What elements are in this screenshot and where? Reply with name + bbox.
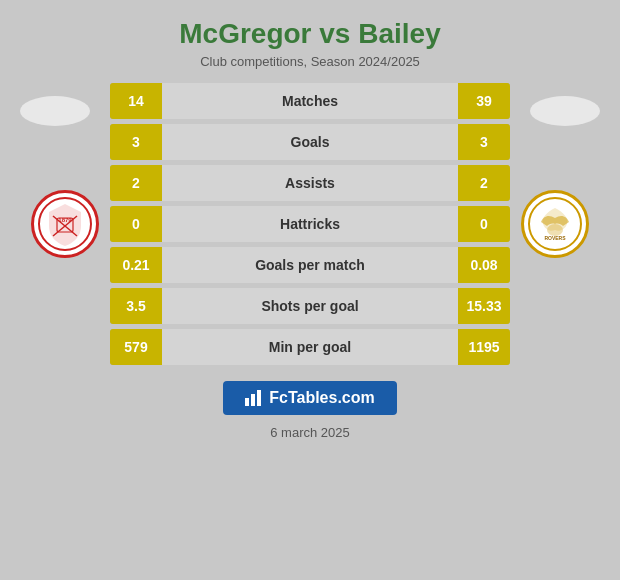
stat-label: Shots per goal	[162, 288, 458, 324]
stat-label: Hattricks	[162, 206, 458, 242]
stats-col: 14Matches393Goals32Assists20Hattricks00.…	[110, 83, 510, 365]
stat-left-value: 3	[110, 124, 162, 160]
right-team-badge-col: ROVERS	[510, 190, 600, 258]
stat-left-value: 3.5	[110, 288, 162, 324]
chart-icon	[245, 390, 261, 406]
stat-label: Goals	[162, 124, 458, 160]
page-title: McGregor vs Bailey	[179, 18, 440, 50]
footer-date: 6 march 2025	[270, 425, 350, 440]
left-team-badge: 1879	[31, 190, 99, 258]
page-wrapper: McGregor vs Bailey Club competitions, Se…	[0, 0, 620, 580]
stat-row: 0Hattricks0	[110, 206, 510, 242]
left-team-badge-col: 1879	[20, 190, 110, 258]
stat-right-value: 3	[458, 124, 510, 160]
stat-left-value: 14	[110, 83, 162, 119]
bar1	[245, 398, 249, 406]
logo-area: FcTables.com	[223, 381, 397, 415]
right-badge-icon: ROVERS	[527, 196, 583, 252]
stat-left-value: 579	[110, 329, 162, 365]
stat-left-value: 2	[110, 165, 162, 201]
svg-text:ROVERS: ROVERS	[544, 235, 566, 241]
stat-right-value: 0.08	[458, 247, 510, 283]
stat-row: 14Matches39	[110, 83, 510, 119]
stat-row: 3.5Shots per goal15.33	[110, 288, 510, 324]
stat-left-value: 0	[110, 206, 162, 242]
stat-left-value: 0.21	[110, 247, 162, 283]
stat-label: Matches	[162, 83, 458, 119]
stat-row: 3Goals3	[110, 124, 510, 160]
stat-right-value: 2	[458, 165, 510, 201]
logo-text: FcTables.com	[269, 389, 375, 407]
bar3	[257, 390, 261, 406]
stat-row: 0.21Goals per match0.08	[110, 247, 510, 283]
fctables-logo: FcTables.com	[223, 381, 397, 415]
left-badge-icon: 1879	[37, 196, 93, 252]
stat-right-value: 39	[458, 83, 510, 119]
stat-label: Min per goal	[162, 329, 458, 365]
left-ellipse	[20, 96, 90, 126]
page-subtitle: Club competitions, Season 2024/2025	[200, 54, 420, 69]
right-team-badge: ROVERS	[521, 190, 589, 258]
stat-row: 579Min per goal1195	[110, 329, 510, 365]
stat-right-value: 0	[458, 206, 510, 242]
stat-right-value: 1195	[458, 329, 510, 365]
stat-label: Assists	[162, 165, 458, 201]
bar2	[251, 394, 255, 406]
comparison-area: 1879 14Matches393Goals32Assists20Hattric…	[20, 83, 600, 365]
stat-row: 2Assists2	[110, 165, 510, 201]
right-ellipse	[530, 96, 600, 126]
stat-right-value: 15.33	[458, 288, 510, 324]
stat-label: Goals per match	[162, 247, 458, 283]
